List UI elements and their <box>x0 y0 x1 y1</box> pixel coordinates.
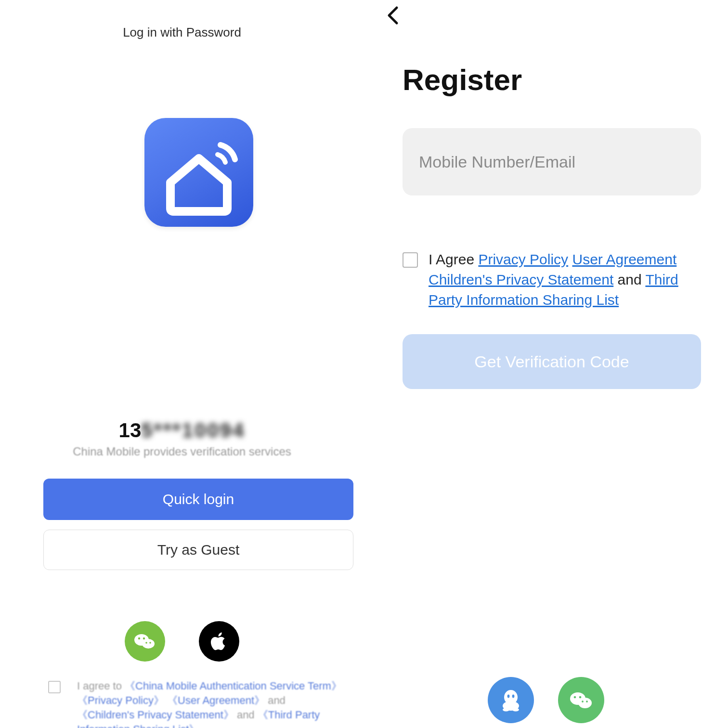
wechat-icon <box>133 629 157 653</box>
svg-point-8 <box>503 708 509 712</box>
qq-login-button[interactable] <box>488 677 534 723</box>
mobile-email-input[interactable] <box>403 128 701 195</box>
agree-link-cm[interactable]: 《China Mobile Authentication Service Ter… <box>125 680 342 692</box>
try-as-guest-button[interactable]: Try as Guest <box>43 530 353 570</box>
agree-link-user[interactable]: 《User Agreement》 <box>167 694 265 706</box>
svg-point-5 <box>149 642 151 644</box>
svg-point-1 <box>142 639 155 649</box>
login-screen: Log in with Password 135***10094 China M… <box>0 0 364 728</box>
apple-icon <box>208 630 230 652</box>
svg-point-13 <box>578 698 592 708</box>
app-logo <box>144 118 253 227</box>
agree-link-children[interactable]: 《Children's Privacy Statement》 <box>77 709 234 721</box>
masked-phone-number: 135***10094 <box>0 419 364 442</box>
svg-point-2 <box>138 637 140 639</box>
login-agree-text: I agree to 《China Mobile Authentication … <box>47 679 346 728</box>
phone-blur: 5***10094 <box>141 419 245 442</box>
wechat-icon <box>568 687 595 714</box>
user-agreement-link[interactable]: User Agreement <box>572 251 676 267</box>
back-button[interactable] <box>383 6 403 25</box>
qq-icon <box>497 687 524 714</box>
register-title: Register <box>403 63 522 97</box>
agree-prefix: I Agree <box>429 251 478 267</box>
phone-prefix: 13 <box>119 419 142 442</box>
and1: and <box>268 694 286 706</box>
childrens-privacy-link[interactable]: Children's Privacy Statement <box>429 272 613 287</box>
agree-prefix: I agree to <box>77 680 125 692</box>
svg-point-11 <box>512 695 515 698</box>
and-word: and <box>613 272 645 287</box>
apple-login-button[interactable] <box>199 621 239 662</box>
register-screen: Register I Agree Privacy Policy User Agr… <box>364 0 728 728</box>
quick-login-button[interactable]: Quick login <box>43 479 353 520</box>
and2: and <box>237 709 258 721</box>
agree-link-privacy[interactable]: 《Privacy Policy》 <box>77 694 164 706</box>
chevron-left-icon <box>386 6 400 25</box>
svg-point-16 <box>582 701 584 702</box>
verification-provider-text: China Mobile provides verification servi… <box>0 445 364 458</box>
privacy-policy-link[interactable]: Privacy Policy <box>478 251 568 267</box>
house-icon <box>144 118 253 227</box>
svg-point-14 <box>574 696 576 699</box>
register-agree-checkbox[interactable] <box>403 252 418 268</box>
svg-point-10 <box>507 695 510 698</box>
register-agree-row: I Agree Privacy Policy User Agreement Ch… <box>403 249 701 310</box>
wechat-login-button[interactable] <box>125 621 165 662</box>
svg-point-9 <box>512 708 519 712</box>
svg-point-15 <box>579 696 582 699</box>
wechat-login-button[interactable] <box>558 677 604 723</box>
get-verification-code-button[interactable]: Get Verification Code <box>403 334 701 389</box>
svg-point-17 <box>586 701 588 702</box>
social-login-row <box>364 677 728 723</box>
social-login-row <box>0 621 364 662</box>
svg-point-4 <box>145 642 147 644</box>
svg-point-3 <box>143 637 145 639</box>
register-agree-text: I Agree Privacy Policy User Agreement Ch… <box>429 249 701 310</box>
login-with-password-link[interactable]: Log in with Password <box>0 25 364 40</box>
